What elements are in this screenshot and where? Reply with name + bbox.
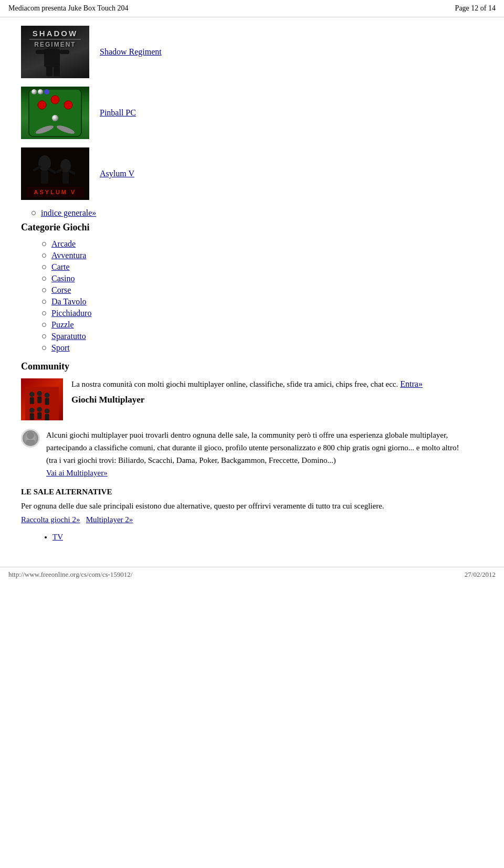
community-section: Community [21, 361, 483, 420]
sale-title: LE SALE ALTERNATIVE [21, 488, 483, 496]
general-link[interactable]: indice generale» [41, 208, 96, 218]
svg-point-34 [29, 408, 35, 413]
category-link[interactable]: Avventura [51, 251, 86, 260]
svg-point-36 [37, 407, 42, 412]
svg-point-9 [64, 101, 72, 109]
bullet-icon [42, 288, 46, 292]
game-thumb-pinball [21, 87, 89, 139]
bullet-icon [42, 265, 46, 269]
bullet-icon [32, 211, 36, 215]
tv-item[interactable]: TV [52, 533, 483, 542]
svg-rect-29 [30, 397, 34, 404]
category-link[interactable]: Puzzle [51, 320, 74, 330]
svg-point-40 [27, 432, 34, 439]
svg-point-12 [52, 115, 58, 121]
category-item[interactable]: Casino [42, 274, 483, 283]
svg-rect-18 [41, 171, 48, 184]
multiplayer-icon [21, 429, 40, 448]
category-item[interactable]: Avventura [42, 251, 483, 260]
category-link[interactable]: Corse [51, 285, 71, 295]
category-item[interactable]: Sport [42, 343, 483, 353]
game-thumb-shadow: SHADOW REGIMENT [21, 26, 89, 78]
game-thumb-asylum: ASYLUM V [21, 147, 89, 200]
community-thumb [21, 378, 63, 420]
game-title-shadow[interactable]: Shadow Regiment [100, 47, 162, 57]
svg-rect-33 [45, 398, 49, 405]
category-item[interactable]: Carte [42, 262, 483, 272]
category-item[interactable]: Picchiaduro [42, 309, 483, 318]
svg-point-15 [44, 89, 49, 94]
svg-point-38 [45, 409, 50, 414]
category-link[interactable]: Carte [51, 262, 70, 272]
svg-point-13 [32, 89, 37, 94]
category-item[interactable]: Da Tavolo [42, 297, 483, 306]
bullet-icon [42, 277, 46, 281]
game-entry-shadow: SHADOW REGIMENT Shadow Regiment [21, 26, 483, 78]
tv-section: TV [32, 533, 483, 542]
category-item[interactable]: Sparatutto [42, 332, 483, 341]
page-footer: http://www.freeonline.org/cs/com/cs-1590… [0, 567, 504, 582]
game-title-pinball[interactable]: Pinball PC [100, 108, 136, 118]
page-header: Mediacom presenta Juke Box Touch 204 Pag… [0, 0, 504, 17]
category-link[interactable]: Arcade [51, 239, 76, 249]
multiplayer2-link[interactable]: Multiplayer 2» [86, 515, 133, 524]
community-description: La nostra comunità con molti giochi mult… [71, 380, 398, 388]
svg-rect-5 [54, 67, 60, 76]
community-text: La nostra comunità con molti giochi mult… [71, 378, 483, 405]
footer-date: 27/02/2012 [465, 570, 496, 579]
svg-point-30 [37, 391, 42, 396]
svg-point-8 [51, 96, 59, 104]
svg-rect-1 [44, 49, 60, 67]
footer-url: http://www.freeonline.org/cs/com/cs-1590… [8, 570, 132, 579]
category-link[interactable]: Sparatutto [51, 332, 86, 341]
bullet-icon [42, 300, 46, 304]
nav-general: indice generale» [32, 208, 483, 218]
multiplayer-link[interactable]: Vai ai Multiplayer» [46, 469, 108, 477]
raccolta-link[interactable]: Raccolta giochi 2» [21, 515, 80, 524]
game-title-asylum[interactable]: Asylum V [100, 169, 134, 178]
page-title: Mediacom presenta Juke Box Touch 204 [8, 4, 129, 13]
multiplayer-icon-row: Alcuni giochi multiplayer puoi trovarli … [21, 429, 483, 479]
svg-point-7 [38, 101, 46, 109]
category-item[interactable]: Arcade [42, 239, 483, 249]
sale-section: LE SALE ALTERNATIVE Per ognuna delle due… [21, 488, 483, 524]
game-entry-asylum: ASYLUM V Asylum V [21, 147, 483, 200]
svg-rect-31 [37, 396, 41, 403]
svg-point-14 [38, 89, 43, 94]
nav-general-item[interactable]: indice generale» [32, 208, 483, 218]
svg-rect-41 [26, 440, 35, 444]
game-entry-pinball: Pinball PC [21, 87, 483, 139]
bullet-icon [42, 242, 46, 246]
category-link[interactable]: Picchiaduro [51, 309, 91, 318]
categories-heading: Categorie Giochi [21, 222, 483, 233]
bullet-icon [42, 346, 46, 350]
category-link[interactable]: Da Tavolo [51, 297, 87, 306]
main-content: SHADOW REGIMENT Shadow Regiment [0, 17, 504, 556]
bullet-icon [42, 334, 46, 338]
svg-rect-39 [45, 414, 49, 420]
svg-rect-2 [36, 50, 45, 54]
bullet-icon [42, 323, 46, 327]
community-heading: Community [21, 361, 483, 372]
bullet-icon [42, 311, 46, 315]
svg-rect-35 [30, 413, 34, 420]
svg-text:ASYLUM V: ASYLUM V [34, 189, 77, 195]
svg-rect-4 [46, 67, 52, 76]
community-subtitle: Giochi Multiplayer [71, 395, 483, 405]
category-item[interactable]: Puzzle [42, 320, 483, 330]
sale-links: Raccolta giochi 2» Multiplayer 2» [21, 515, 483, 524]
categories-list: ArcadeAvventuraCarteCasinoCorseDa Tavolo… [42, 239, 483, 353]
page-info: Page 12 of 14 [455, 4, 496, 13]
sale-description: Per ognuna delle due sale principali esi… [21, 500, 483, 512]
category-link[interactable]: Casino [51, 274, 75, 283]
multiplayer-section: Alcuni giochi multiplayer puoi trovarli … [21, 429, 483, 479]
svg-rect-3 [60, 50, 69, 54]
multiplayer-description: Alcuni giochi multiplayer puoi trovarli … [46, 429, 483, 479]
category-link[interactable]: Sport [51, 343, 70, 353]
svg-rect-22 [62, 172, 69, 184]
community-entra-link[interactable]: Entra» [400, 379, 423, 388]
community-inner: La nostra comunità con molti giochi mult… [21, 378, 483, 420]
svg-point-32 [45, 393, 50, 398]
category-item[interactable]: Corse [42, 285, 483, 295]
svg-point-28 [29, 392, 35, 397]
